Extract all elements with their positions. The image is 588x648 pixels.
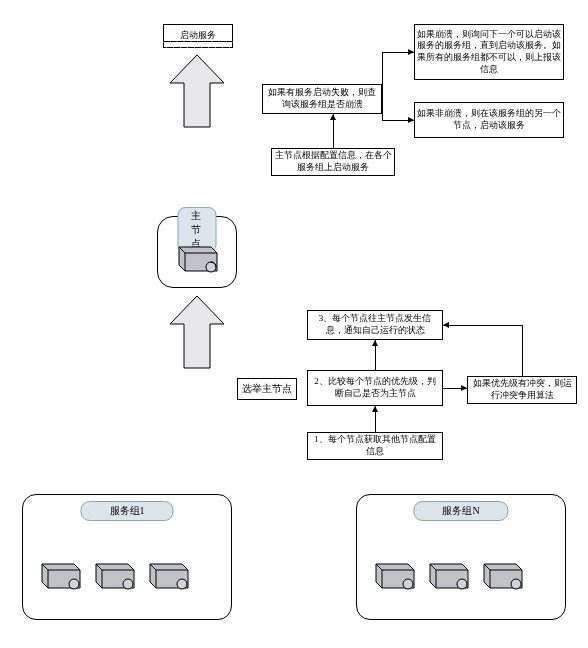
svg-point-6	[511, 579, 521, 589]
service-group-1-title: 服务组1	[81, 501, 174, 521]
gn-server-icon	[372, 554, 418, 592]
gn-server-icon	[426, 554, 472, 592]
start-service-label: 启动服务	[164, 29, 232, 42]
step3-box: 3、每个节点往主节点发生信息，通知自己运行的状态	[307, 310, 443, 340]
g1-server-icon	[146, 554, 192, 592]
master-config-box: 主节点根据配置信息，在各个服务组上启动服务	[271, 148, 395, 176]
gn-server-icon	[480, 554, 526, 592]
elect-master-label: 选举主节点	[237, 378, 297, 400]
svg-point-3	[177, 579, 187, 589]
svg-point-2	[123, 579, 133, 589]
crash-no-box: 如果非崩溃，则在该服务组的另一个节点，启动该服务	[414, 102, 564, 138]
arrow-to-master	[164, 294, 230, 372]
service-group-n-title: 服务组N	[413, 501, 508, 521]
master-node-panel: 主节点	[157, 216, 237, 288]
g1-server-icon	[92, 554, 138, 592]
step2-box: 2、比较每个节点的优先级，判断自己是否为主节点	[307, 370, 443, 406]
svg-point-5	[457, 579, 467, 589]
check-crash-box: 如果有服务启动失败，则查询该服务组是否崩溃	[262, 84, 382, 114]
g1-server-icon	[38, 554, 84, 592]
crash-yes-box: 如果崩溃，则询问下一个可以启动该服务的服务组，直到启动该服务。如果所有的服务组都…	[414, 24, 564, 80]
svg-point-1	[69, 579, 79, 589]
start-service-banner: 启动服务	[163, 24, 233, 48]
arrow-to-start-service	[164, 53, 230, 131]
step1-box: 1、每个节点获取其他节点配置信息	[307, 432, 443, 460]
master-server-icon	[175, 237, 221, 275]
svg-point-4	[403, 579, 413, 589]
conflict-box: 如果优先级有冲突，则运行冲突争用算法	[467, 376, 577, 404]
